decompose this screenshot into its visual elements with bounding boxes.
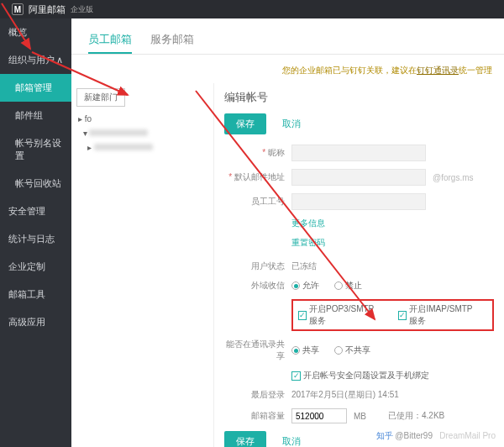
save-button-bottom[interactable]: 保存 [224,431,266,447]
extmail-label: 外域收信 [224,280,285,292]
radio-share-no[interactable]: 不共享 [334,344,370,356]
tree-root[interactable]: ▸ fo [76,112,208,126]
sidebar-item-overview[interactable]: 概览 [0,18,71,46]
quota-unit: MB [354,412,366,421]
domain-hint: @forgs.ms [433,173,474,182]
chk-security[interactable]: 开启帐号安全问题设置及手机绑定 [291,370,429,381]
brand: 阿里邮箱 [29,3,66,16]
notice-prefix: 您的企业邮箱已与钉钉关联，建议在 [282,66,417,75]
sidebar-item-recycle[interactable]: 帐号回收站 [0,170,71,197]
radio-share-yes[interactable]: 共享 [291,344,319,356]
radio-forbid[interactable]: 禁止 [334,280,362,292]
empid-input[interactable] [291,193,426,210]
checkbox-icon [298,311,307,320]
tab-service-mail[interactable]: 服务邮箱 [150,27,194,54]
radio-icon [334,346,343,355]
lastlogin-value: 2017年2月5日(星期日) 14:51 [291,389,494,401]
notice-suffix: 统一管理 [459,66,492,75]
sidebar: 概览 组织与用户 ∧ 邮箱管理 邮件组 帐号别名设置 帐号回收站 安全管理 统计… [0,18,71,447]
tab-staff-mail[interactable]: 员工邮箱 [88,27,132,54]
tree-item[interactable]: ▾ [76,126,208,140]
watermark-handle: @Bitter99 [395,431,433,440]
empid-label: 员工工号 [224,196,285,208]
nickname-input[interactable] [291,145,426,161]
radio-allow-label: 允许 [302,280,319,292]
logo: M [12,3,24,15]
reset-pwd-link[interactable]: 重置密码 [291,237,325,249]
dept-tree: 新建部门 ▸ fo ▾ ▸ [71,83,214,447]
watermark: 知乎 @Bitter99 DreamMail Pro [376,430,496,442]
chk-imap[interactable]: 开启IMAP/SMTP服务 [398,303,479,327]
sidebar-item-mail-group[interactable]: 邮件组 [0,102,71,129]
sidebar-item-stats[interactable]: 统计与日志 [0,225,71,253]
sidebar-item-security[interactable]: 安全管理 [0,197,71,225]
chk-imap-label: 开启IMAP/SMTP服务 [409,303,479,327]
edit-form: 编辑帐号 保存 取消 昵称 默认邮件地址@forgs.ms 员工工号 更多信息 … [214,83,504,447]
notice-link[interactable]: 钉钉通讯录 [417,66,459,75]
lastlogin-label: 最后登录 [224,389,285,401]
cancel-button[interactable]: 取消 [274,113,309,134]
quota-label: 邮箱容量 [224,410,285,422]
tree-item[interactable]: ▸ [76,140,208,155]
brand-sub: 企业版 [71,4,93,15]
radio-allow[interactable]: 允许 [291,280,319,292]
sidebar-item-advanced[interactable]: 高级应用 [0,308,71,336]
chevron-up-icon: ∧ [56,55,63,66]
radio-icon [291,346,300,355]
tabs: 员工邮箱 服务邮箱 [71,18,504,55]
radio-icon [291,281,300,290]
chk-pop3[interactable]: 开启POP3/SMTP服务 [298,303,380,327]
radio-forbid-label: 禁止 [345,280,362,292]
blurred-name [89,129,148,136]
sidebar-item-org-users[interactable]: 组织与用户 ∧ [0,46,71,74]
form-title: 编辑帐号 [224,90,494,105]
nickname-label: 昵称 [224,147,285,159]
sidebar-item-label: 组织与用户 [8,54,55,66]
sidebar-item-alias[interactable]: 帐号别名设置 [0,129,71,170]
cancel-button-bottom[interactable]: 取消 [274,431,309,447]
topbar: M 阿里邮箱 企业版 [0,0,504,18]
radio-icon [334,281,343,290]
sidebar-item-mail-mgmt[interactable]: 邮箱管理 [0,74,71,102]
sidebar-item-custom[interactable]: 企业定制 [0,253,71,281]
userstatus-value: 已冻结 [291,260,494,272]
default-addr-label: 默认邮件地址 [224,171,285,183]
services-highlight: 开启POP3/SMTP服务 开启IMAP/SMTP服务 [291,299,494,331]
quota-input[interactable] [291,408,347,423]
userstatus-label: 用户状态 [224,260,285,272]
checkbox-icon [291,371,301,381]
new-dept-button[interactable]: 新建部门 [76,88,125,107]
more-info-link[interactable]: 更多信息 [291,218,325,229]
tree-root-label: fo [85,114,92,124]
radio-share-yes-label: 共享 [302,344,319,356]
chk-security-label: 开启帐号安全问题设置及手机绑定 [303,370,429,381]
share-label: 能否在通讯录共享 [224,339,285,362]
checkbox-icon [398,311,407,320]
default-addr-input[interactable] [291,169,426,186]
radio-share-no-label: 不共享 [345,344,370,356]
zhihu-icon: 知乎 [376,431,393,440]
watermark-app: DreamMail Pro [439,431,496,440]
quota-used: 已使用：4.2KB [388,410,444,422]
notice-bar: 您的企业邮箱已与钉钉关联，建议在钉钉通讯录统一管理 [71,58,504,83]
save-button[interactable]: 保存 [224,113,266,134]
chk-pop3-label: 开启POP3/SMTP服务 [309,303,380,327]
sidebar-item-tools[interactable]: 邮箱工具 [0,281,71,308]
content: 员工邮箱 服务邮箱 您的企业邮箱已与钉钉关联，建议在钉钉通讯录统一管理 新建部门… [71,18,504,447]
blurred-name [94,144,153,150]
